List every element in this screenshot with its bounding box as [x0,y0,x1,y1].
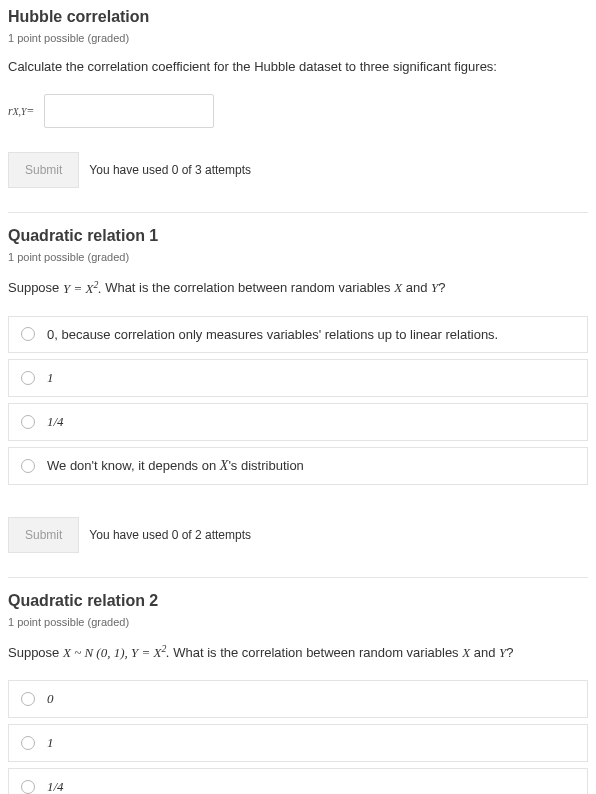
instr-x: X [462,645,470,660]
instr-math: X ~ N (0, 1), Y = X2. [63,645,170,660]
instruction-text: Suppose Y = X2. What is the correlation … [8,277,588,298]
radio-icon [21,415,35,429]
choice-label: 1/4 [47,779,64,794]
radio-icon [21,459,35,473]
radio-icon [21,371,35,385]
radio-icon [21,327,35,341]
choice-list: 0 1 1/4 2/3 [8,680,588,794]
submit-button[interactable]: Submit [8,152,79,188]
radio-icon [21,692,35,706]
instr-mid: What is the correlation between random v… [170,645,463,660]
choice-label: We don't know, it depends on X's distrib… [47,458,304,474]
problem-hubble: Hubble correlation 1 point possible (gra… [8,8,588,206]
choice-label: 0, because correlation only measures var… [47,327,498,342]
choice-option[interactable]: 0 [8,680,588,718]
choice-label: 1/4 [47,414,64,430]
radio-icon [21,736,35,750]
problem-title: Quadratic relation 2 [8,592,588,610]
instr-math: Y = X2. [63,281,102,296]
instr-x: X [394,281,402,296]
submit-button[interactable]: Submit [8,517,79,553]
instr-and: and [402,281,431,296]
choice-option[interactable]: 0, because correlation only measures var… [8,316,588,353]
choice-option[interactable]: 1/4 [8,768,588,794]
rxy-label: rX,Y = [8,104,34,119]
choice-label: 1 [47,370,54,386]
instr-and: and [470,645,499,660]
instr-pre: Suppose [8,281,63,296]
instruction-text: Suppose X ~ N (0, 1), Y = X2. What is th… [8,642,588,663]
points-label: 1 point possible (graded) [8,616,588,628]
problem-quadratic-1: Quadratic relation 1 1 point possible (g… [8,212,588,571]
choice-label: 1 [47,735,54,751]
submit-row: Submit You have used 0 of 2 attempts [8,517,588,553]
choice-list: 0, because correlation only measures var… [8,316,588,485]
attempts-text: You have used 0 of 3 attempts [89,163,251,177]
points-label: 1 point possible (graded) [8,32,588,44]
choice-option[interactable]: 1/4 [8,403,588,441]
instr-q: ? [506,645,513,660]
points-label: 1 point possible (graded) [8,251,588,263]
problem-quadratic-2: Quadratic relation 2 1 point possible (g… [8,577,588,794]
choice-option[interactable]: We don't know, it depends on X's distrib… [8,447,588,485]
radio-icon [21,780,35,794]
instr-mid: What is the correlation between random v… [102,281,395,296]
correlation-input[interactable] [44,94,214,128]
instruction-text: Calculate the correlation coefficient fo… [8,58,588,76]
problem-title: Quadratic relation 1 [8,227,588,245]
instr-q: ? [438,281,445,296]
problem-title: Hubble correlation [8,8,588,26]
choice-option[interactable]: 1 [8,724,588,762]
answer-row: rX,Y = [8,94,588,128]
attempts-text: You have used 0 of 2 attempts [89,528,251,542]
choice-option[interactable]: 1 [8,359,588,397]
instr-pre: Suppose [8,645,63,660]
submit-row: Submit You have used 0 of 3 attempts [8,152,588,188]
choice-label: 0 [47,691,54,707]
